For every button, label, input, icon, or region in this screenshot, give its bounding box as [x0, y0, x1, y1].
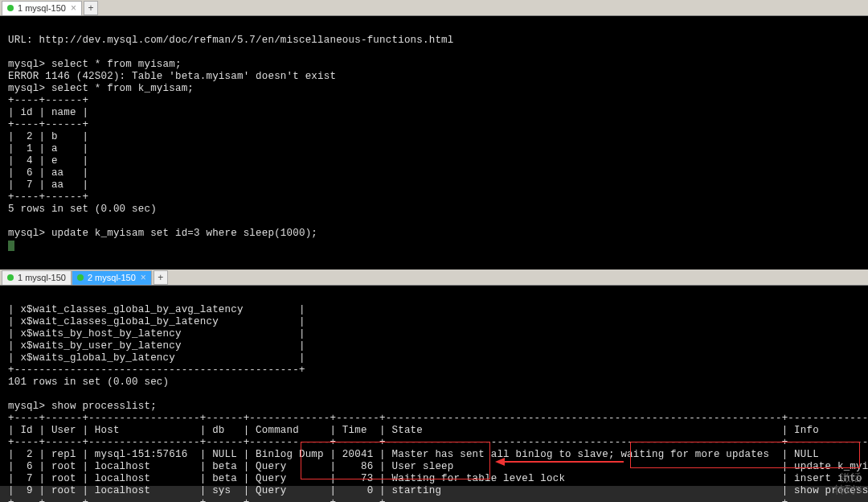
- term-line: | x$wait_classes_global_by_latency |: [8, 316, 305, 327]
- bottom-terminal-output[interactable]: | x$wait_classes_global_by_avg_latency |…: [0, 286, 868, 502]
- tab-label: 1 mysql-150: [18, 273, 66, 282]
- plist-border: +----+------+------------------+------+-…: [8, 497, 868, 502]
- add-tab-button[interactable]: +: [154, 270, 168, 285]
- term-line: mysql> select * from myisam;: [8, 59, 182, 70]
- plist-border: +----+------+------------------+------+-…: [8, 413, 868, 424]
- term-line: +---------------------------------------…: [8, 364, 305, 376]
- bottom-tab-bar: 1 mysql-150 2 mysql-150 × +: [0, 270, 868, 286]
- tab-top-mysql-150[interactable]: 1 mysql-150 ×: [2, 1, 82, 15]
- term-line: mysql> select * from k_myisam;: [8, 83, 194, 94]
- term-line: mysql> show processlist;: [8, 401, 157, 412]
- term-line: ERROR 1146 (42S02): Table 'beta.myisam' …: [8, 71, 336, 82]
- plist-row: | 7 | root | localhost | beta | Query | …: [8, 473, 868, 484]
- term-line: | id | name |: [8, 107, 88, 118]
- term-line: | 2 | b |: [8, 131, 88, 142]
- status-dot-icon: [77, 274, 84, 281]
- term-line: | 4 | e |: [8, 155, 88, 167]
- tab-bottom-2-active[interactable]: 2 mysql-150 ×: [72, 270, 152, 285]
- term-line: | x$waits_global_by_latency |: [8, 352, 305, 364]
- term-line: | x$waits_by_user_by_latency |: [8, 340, 305, 352]
- cursor-icon: [8, 241, 14, 251]
- top-terminal-output[interactable]: URL: http://dev.mysql.com/doc/refman/5.7…: [0, 16, 868, 267]
- close-icon[interactable]: ×: [71, 3, 76, 13]
- term-line: | x$waits_by_host_by_latency |: [8, 328, 305, 339]
- add-tab-button[interactable]: +: [84, 1, 98, 15]
- close-icon[interactable]: ×: [141, 273, 146, 282]
- status-dot-icon: [7, 5, 14, 11]
- tab-label: 1 mysql-150: [18, 3, 66, 13]
- tab-label: 2 mysql-150: [88, 273, 136, 282]
- term-line: | 1 | a |: [8, 143, 88, 154]
- tab-bottom-1[interactable]: 1 mysql-150: [2, 270, 72, 285]
- plist-row: | 2 | repl | mysql-151:57616 | NULL | Bi…: [8, 449, 868, 460]
- term-line: | x$wait_classes_global_by_avg_latency |: [8, 304, 305, 315]
- term-line: | 7 | aa |: [8, 179, 88, 191]
- term-line: +----+------+: [8, 119, 88, 130]
- url-line: URL: http://dev.mysql.com/doc/refman/5.7…: [8, 35, 454, 46]
- plist-row: | 6 | root | localhost | beta | Query | …: [8, 461, 868, 472]
- bottom-terminal-pane: 1 mysql-150 2 mysql-150 × + | x$wait_cla…: [0, 270, 868, 486]
- term-line: | 6 | aa |: [8, 167, 88, 179]
- top-tab-bar: 1 mysql-150 × +: [0, 0, 868, 16]
- term-line: 101 rows in set (0.00 sec): [8, 376, 169, 388]
- term-line: mysql> update k_myisam set id=3 where sl…: [8, 228, 317, 239]
- plist-border: +----+------+------------------+------+-…: [8, 437, 868, 448]
- status-dot-icon: [7, 274, 14, 281]
- term-line: +----+------+: [8, 95, 88, 106]
- plist-row: | 9 | root | localhost | sys | Query | 0…: [8, 485, 868, 496]
- top-terminal-pane: 1 mysql-150 × + URL: http://dev.mysql.co…: [0, 0, 868, 270]
- term-line: +----+------+: [8, 191, 88, 203]
- term-line: 5 rows in set (0.00 sec): [8, 204, 157, 215]
- plist-header: | Id | User | Host | db | Command | Time…: [8, 425, 868, 436]
